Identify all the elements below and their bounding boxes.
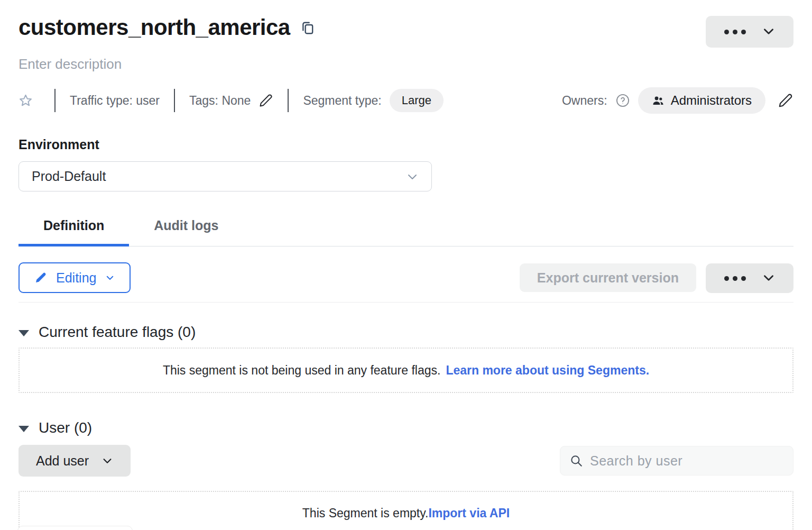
title-wrap: customers_north_america: [19, 15, 315, 40]
meta-row: Traffic type: user Tags: None Segment ty…: [19, 88, 793, 113]
divider: [54, 89, 56, 112]
learn-more-segments-link[interactable]: Learn more about using Segments.: [446, 363, 649, 378]
page-title: customers_north_america: [19, 15, 290, 40]
toolbar-more-menu-button[interactable]: [706, 263, 793, 293]
header-more-menu-button[interactable]: [706, 16, 793, 48]
chevron-down-icon: [105, 273, 115, 282]
divider: [288, 89, 289, 112]
user-section: User (0) Add user This Segment i: [19, 419, 793, 530]
feature-flags-section-header[interactable]: Current feature flags (0): [19, 324, 196, 341]
search-icon: [569, 454, 583, 468]
segment-detail-page: customers_north_america Enter descriptio…: [0, 0, 812, 530]
feature-flags-section-title: Current feature flags (0): [39, 324, 196, 341]
edit-tags-pencil-icon[interactable]: [259, 93, 273, 108]
add-user-button[interactable]: Add user: [19, 445, 131, 477]
description-placeholder[interactable]: Enter description: [19, 56, 793, 72]
ellipsis-icon: [724, 276, 746, 281]
traffic-type-label: Traffic type: user: [70, 94, 160, 108]
tab-audit-logs[interactable]: Audit logs: [129, 212, 243, 246]
people-icon: [652, 94, 665, 107]
chevron-down-icon: [762, 24, 776, 40]
pencil-icon: [34, 271, 47, 284]
editing-label: Editing: [56, 270, 96, 286]
edit-owners-pencil-icon[interactable]: [778, 93, 793, 108]
import-via-api-link[interactable]: Import via API: [428, 506, 510, 520]
feature-flags-section: Current feature flags (0) This segment i…: [19, 324, 793, 393]
owners-badge[interactable]: Administrators: [638, 87, 765, 114]
segment-type-label: Segment type:: [303, 94, 381, 108]
user-empty-text: This Segment is empty.: [302, 506, 429, 520]
divider: [19, 302, 793, 303]
user-search-box: [560, 446, 793, 476]
environment-label: Environment: [19, 137, 793, 152]
segment-type-badge: Large: [390, 89, 444, 112]
user-section-title: User (0): [39, 419, 92, 436]
user-empty-state: This Segment is empty. Import via API: [19, 491, 793, 530]
chevron-down-icon: [102, 455, 113, 467]
tab-bar: Definition Audit logs: [19, 212, 793, 246]
toolbar-right-group: Export current version: [520, 262, 793, 293]
add-user-label: Add user: [36, 453, 89, 469]
export-current-version-button[interactable]: Export current version: [520, 263, 696, 292]
tags-label: Tags: None: [189, 94, 251, 108]
chevron-down-icon: [406, 170, 419, 183]
cutoff-element: [17, 526, 133, 530]
chevron-down-icon: [762, 271, 776, 286]
page-header: customers_north_america: [19, 0, 793, 48]
owners-label: Owners:: [562, 94, 607, 108]
environment-selected-value: Prod-Default: [32, 169, 106, 184]
collapse-triangle-icon: [19, 426, 29, 432]
feature-flags-empty-state: This segment is not being used in any fe…: [19, 348, 793, 393]
collapse-triangle-icon: [19, 330, 29, 336]
owners-value: Administrators: [671, 93, 752, 108]
copy-icon[interactable]: [301, 20, 315, 38]
ellipsis-icon: [724, 30, 746, 34]
feature-flags-empty-text: This segment is not being used in any fe…: [163, 363, 440, 378]
editing-mode-button[interactable]: Editing: [19, 262, 131, 293]
user-section-header[interactable]: User (0): [19, 419, 92, 436]
user-search-input[interactable]: [590, 453, 784, 469]
help-question-icon[interactable]: [615, 93, 630, 108]
environment-select[interactable]: Prod-Default: [19, 161, 432, 191]
favorite-star-icon[interactable]: [19, 94, 33, 108]
environment-block: Environment Prod-Default: [19, 137, 793, 191]
owners-group: Owners: Administrators: [562, 87, 793, 114]
user-controls-row: Add user: [19, 445, 793, 477]
divider: [174, 89, 175, 112]
tab-definition[interactable]: Definition: [19, 212, 129, 246]
definition-toolbar: Editing Export current version: [19, 262, 793, 293]
